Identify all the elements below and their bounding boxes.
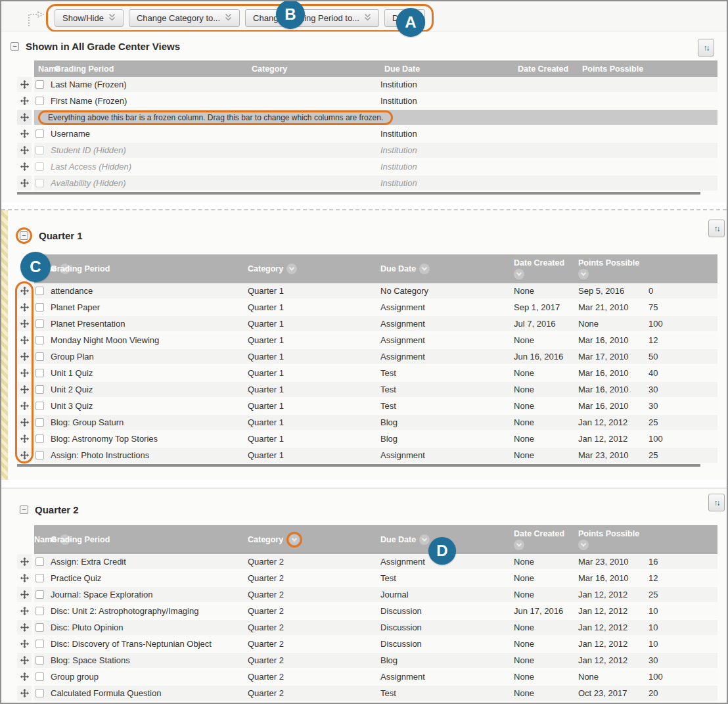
row-checkbox[interactable]: [35, 640, 44, 648]
sort-chevron-icon[interactable]: [289, 534, 300, 545]
move-handle-icon[interactable]: [17, 587, 32, 602]
move-handle-icon[interactable]: [17, 669, 32, 684]
cell-name: First Name (Frozen): [51, 93, 248, 108]
move-handle-icon[interactable]: [17, 554, 32, 569]
move-handle-icon[interactable]: [17, 93, 32, 108]
row-checkbox[interactable]: [35, 287, 44, 295]
collapse-icon[interactable]: −: [20, 505, 28, 514]
toolbar-button-change-grading-period-to[interactable]: Change Grading Period to...: [245, 9, 379, 27]
row-checkbox[interactable]: [35, 179, 44, 187]
cell-date-created: Oct 23, 2017: [578, 686, 648, 701]
table-bottom-bar: [17, 464, 700, 467]
cell-date-created: Jan 12, 2012: [578, 653, 648, 668]
row-checkbox[interactable]: [35, 434, 44, 443]
row-checkbox[interactable]: [35, 162, 44, 171]
move-handle-icon[interactable]: [17, 448, 32, 463]
cell-date-created: Jan 12, 2012: [578, 431, 648, 446]
move-handle-icon[interactable]: [17, 431, 32, 446]
move-handle-icon[interactable]: [17, 316, 32, 331]
move-handle-icon[interactable]: [17, 283, 32, 298]
row-checkbox[interactable]: [35, 557, 44, 566]
move-handle-icon[interactable]: [17, 77, 32, 92]
cell-category: Test: [380, 365, 514, 381]
cell-category: Assignment: [380, 669, 514, 684]
sort-chevron-icon[interactable]: [419, 534, 430, 545]
column-header-label: Category: [248, 535, 283, 544]
row-checkbox[interactable]: [35, 623, 44, 632]
cell-grading-period: [248, 143, 380, 158]
toolbar-button-change-category-to[interactable]: Change Category to...: [129, 9, 240, 27]
row-checkbox[interactable]: [35, 352, 44, 361]
row-checkbox[interactable]: [35, 319, 44, 328]
reorder-button[interactable]: ↑↓: [698, 39, 714, 57]
toolbar-button-show-hide[interactable]: Show/Hide: [55, 9, 124, 27]
move-handle-icon[interactable]: [17, 653, 32, 668]
row-checkbox[interactable]: [35, 97, 44, 105]
row-checkbox[interactable]: [35, 590, 44, 599]
table-row: Unit 1 QuizQuarter 1TestNoneMar 16, 2010…: [17, 365, 727, 381]
row-checkbox[interactable]: [35, 574, 44, 582]
cell-date-created: [578, 143, 648, 158]
collapse-icon[interactable]: −: [11, 42, 19, 51]
cell-due-date: None: [514, 620, 578, 635]
cell-category: Discussion: [380, 620, 514, 635]
cell-due-date: Sep 1, 2017: [514, 300, 578, 315]
sort-chevron-icon[interactable]: [286, 264, 297, 274]
move-handle-icon[interactable]: [17, 126, 32, 141]
move-handle-icon[interactable]: [17, 159, 32, 174]
row-checkbox[interactable]: [35, 80, 44, 89]
move-handle-icon[interactable]: [17, 110, 32, 125]
row-checkbox[interactable]: [35, 451, 44, 459]
checkbox-cell: [34, 431, 51, 446]
cell-name: Practice Quiz: [51, 571, 248, 586]
move-handle-icon[interactable]: [17, 176, 32, 191]
reorder-button[interactable]: ↑↓: [708, 494, 725, 511]
sort-chevron-icon[interactable]: [514, 540, 524, 550]
column-header: Grading Period: [51, 254, 248, 283]
row-checkbox[interactable]: [35, 385, 44, 394]
row-checkbox[interactable]: [35, 129, 44, 138]
cell-name: Journal: Space Exploration: [51, 587, 248, 602]
row-checkbox[interactable]: [35, 672, 44, 681]
sort-chevron-icon[interactable]: [578, 269, 589, 279]
cell-name: Last Access (Hidden): [51, 159, 248, 174]
row-checkbox[interactable]: [35, 336, 44, 344]
sort-chevron-icon[interactable]: [419, 264, 430, 274]
move-handle-icon[interactable]: [17, 333, 32, 348]
row-checkbox[interactable]: [35, 689, 44, 697]
row-checkbox[interactable]: [35, 369, 44, 377]
move-handle-icon[interactable]: [17, 603, 32, 619]
cell-due-date: None: [514, 669, 578, 684]
cell-grading-period: [248, 159, 380, 174]
cell-grading-period: Quarter 1: [248, 431, 380, 446]
row-checkbox[interactable]: [35, 303, 44, 312]
row-checkbox[interactable]: [35, 418, 44, 427]
cell-due-date: None: [514, 571, 578, 586]
move-handle-icon[interactable]: [17, 686, 32, 701]
frozen-columns-bar[interactable]: Everything above this bar is a frozen co…: [34, 110, 717, 125]
row-checkbox[interactable]: [35, 656, 44, 665]
sort-chevron-icon[interactable]: [578, 540, 589, 550]
move-handle-icon[interactable]: [17, 143, 32, 158]
cell-category: Blog: [380, 653, 514, 668]
table-bottom-bar: [17, 192, 700, 195]
move-handle-icon[interactable]: [17, 398, 32, 413]
move-handle-icon[interactable]: [17, 365, 32, 381]
move-handle-icon[interactable]: [17, 349, 32, 364]
move-handle-icon[interactable]: [17, 636, 32, 651]
grade-center-column-organization-page: Show/HideChange Category to...Change Gra…: [0, 0, 728, 704]
collapse-icon[interactable]: −: [20, 231, 28, 240]
reorder-button[interactable]: ↑↓: [708, 220, 725, 237]
cell-points-possible: [648, 93, 717, 108]
move-handle-icon[interactable]: [17, 382, 32, 397]
row-checkbox[interactable]: [35, 607, 44, 615]
move-handle-icon[interactable]: [17, 300, 32, 315]
column-header: Date Created: [514, 525, 578, 554]
move-handle-icon[interactable]: [17, 571, 32, 586]
section-title: Quarter 1: [39, 230, 83, 241]
move-handle-icon[interactable]: [17, 415, 32, 430]
move-handle-icon[interactable]: [17, 620, 32, 635]
row-checkbox[interactable]: [35, 146, 44, 154]
row-checkbox[interactable]: [35, 402, 44, 410]
sort-chevron-icon[interactable]: [514, 269, 524, 279]
